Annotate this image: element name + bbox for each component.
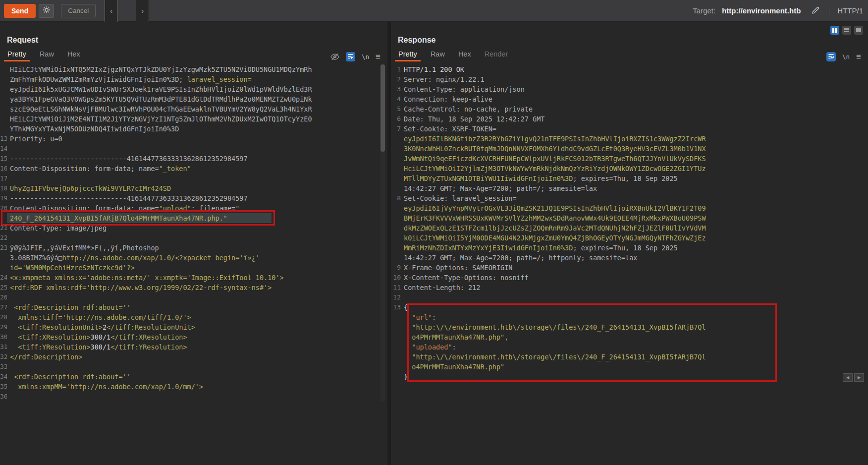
tab-raw[interactable]: Raw	[427, 49, 448, 61]
request-panel: Request Pretty Raw Hex	[0, 22, 387, 465]
code-text: BMjErK3FKVVVxWHRSSUxKWVMrSVlYZzhMM2wxSDd…	[401, 213, 706, 223]
newline-toggle[interactable]: \n	[362, 53, 369, 60]
tab-render[interactable]: Render	[481, 49, 512, 61]
code-line: 3Content-Type: application/json	[391, 84, 868, 94]
code-line: 26	[0, 292, 387, 302]
line-number: 8	[391, 193, 401, 203]
line-number: 34	[0, 372, 7, 382]
response-editor[interactable]: 1HTTP/1.1 200 OK2Server: nginx/1.22.13Co…	[391, 64, 868, 382]
code-text: HIiLCJtYWMiOiIxNTQ5M2IxZjgzNTQxYTJkZDU0Y…	[7, 64, 312, 74]
line-number	[0, 94, 7, 104]
soft-wrap-toggle-button[interactable]	[346, 52, 355, 61]
layout-single-icon	[856, 28, 861, 32]
line-number	[391, 213, 401, 223]
tab-hex[interactable]: Hex	[455, 49, 475, 61]
http-version-label[interactable]: HTTP/1	[837, 6, 863, 15]
hscroll-left-button[interactable]: ◀	[843, 373, 853, 382]
line-number	[391, 164, 401, 174]
settings-gear-button[interactable]	[39, 4, 54, 18]
target-label: Target:	[693, 6, 715, 15]
editor-menu-icon[interactable]: ≡	[856, 53, 861, 61]
tab-hex[interactable]: Hex	[64, 49, 84, 61]
code-text: 3.08BIMZ%Gýá□http://ns.adobe.com/xap/1.0…	[7, 253, 260, 263]
edit-target-button[interactable]	[811, 5, 821, 17]
layout-single-button[interactable]	[854, 26, 863, 35]
tab-pretty[interactable]: Pretty	[395, 49, 421, 61]
line-number	[391, 322, 401, 332]
code-text: ÿØÿàJFIF,,ÿáVExifMM*>F(,,ÿí,Photoshop	[7, 243, 159, 253]
tab-pretty[interactable]: Pretty	[4, 49, 30, 61]
line-number	[0, 64, 7, 74]
request-editor[interactable]: HIiLCJtYWMiOiIxNTQ5M2IxZjgzNTQxYTJkZDU0Y…	[0, 64, 387, 402]
request-tabs-row: Pretty Raw Hex	[0, 47, 387, 61]
cancel-button[interactable]: Cancel	[61, 4, 96, 17]
code-line: 32</rdf:Description>	[0, 352, 387, 362]
code-text: Content-Length: 212	[401, 283, 480, 292]
code-text: k0iLCJtYWMiOiI5YjM0ODE4MGU4N2JkMjgxZmU0Y…	[401, 233, 706, 243]
line-number: 14	[0, 144, 7, 154]
editor-menu-icon[interactable]: ≡	[376, 53, 380, 61]
code-text: UhyZgI1FVbvejQp6pjcccTkWi9VYLR7cIMr424SD	[7, 183, 171, 193]
code-line: 12	[391, 292, 868, 302]
line-number: 25	[0, 283, 7, 292]
code-line: 18UhyZgI1FVbvejQp6pjcccTkWi9VYLR7cIMr424…	[0, 183, 387, 193]
code-text: <tiff:YResolution>300/1</tiff:YResolutio…	[7, 342, 187, 352]
newline-toggle[interactable]: \n	[842, 53, 850, 60]
code-line: eyJpdiI6IlBKNGtibzZ3R2RYbGZiYlgvQ21nTFE9…	[391, 134, 868, 144]
code-line: dkMzZWOExQLzE1STFZcm1lbjJzcUZsZjZOQmRnRm…	[391, 223, 868, 233]
line-number: 35	[0, 382, 7, 392]
send-button[interactable]: Send	[4, 4, 36, 18]
code-line: 22	[0, 233, 387, 243]
code-text: 14:42:27 GMT; Max-Age=7200; path=/; same…	[401, 183, 597, 193]
code-line: 34 <rdf:Description rdf:about=''	[0, 372, 387, 382]
line-number: 10	[391, 273, 401, 283]
response-panel: Response Pretty Raw Hex Render \n ≡	[391, 22, 868, 465]
code-text: MTllMDYyZTUxNGM1OTBiYWU1IiwidGFnIjoiIn0%…	[401, 174, 678, 183]
target-url: http://environment.htb	[722, 6, 801, 15]
code-line: 16Content-Disposition: form-data; name="…	[0, 164, 387, 174]
line-number: 1	[391, 64, 401, 74]
tab-raw[interactable]: Raw	[36, 49, 57, 61]
code-line: 25<rdf:RDF xmlns:rdf='http://www.w3.org/…	[0, 283, 387, 292]
request-scrollbar-track[interactable]	[380, 64, 385, 402]
code-line: 240_F_264154131_XvpBI5fARjB7Qlo4PMrMMTau…	[0, 213, 387, 223]
soft-wrap-toggle-button[interactable]	[826, 52, 836, 61]
hscroll-right-button[interactable]: ▶	[854, 373, 864, 382]
layout-rows-button[interactable]	[842, 26, 851, 35]
line-number	[0, 74, 7, 84]
line-number: 3	[391, 84, 401, 94]
request-scrollbar-thumb[interactable]	[380, 64, 385, 152]
line-number	[0, 114, 7, 124]
layout-columns-button[interactable]	[830, 26, 839, 35]
code-line: 5Cache-Control: no-cache, private	[391, 104, 868, 114]
line-number: 23	[0, 243, 7, 253]
line-number: 26	[0, 292, 7, 302]
code-text: ZmFhYmFkODUwZWM1ZmRmYzVjIiwidGFnIjoiIn0%…	[7, 74, 252, 84]
code-text: id='W5M0MpCehiHzreSzNTczkc9d'?>	[7, 263, 135, 273]
hide-nonprintable-eye-icon[interactable]	[330, 53, 339, 60]
line-number	[391, 342, 401, 352]
code-line: eyJpdiI6IjVyYnpMVytrOGxVL3JiQmZSK21JQ1E9…	[391, 203, 868, 213]
code-line: o4PMrMMTaunXha47NR.php"	[391, 362, 868, 372]
code-line: 33	[0, 362, 387, 372]
line-number: 4	[391, 94, 401, 104]
code-line: 13{	[391, 302, 868, 312]
line-number: 7	[391, 124, 401, 134]
code-text: "uploaded":	[401, 342, 456, 352]
code-text: 14:42:27 GMT; Max-Age=7200; path=/; http…	[401, 253, 637, 263]
code-text: Connection: keep-alive	[401, 94, 492, 104]
code-line: 1HTTP/1.1 200 OK	[391, 64, 868, 74]
code-line: ya3BYK1FpeGVaQ3VOWGpsZm5KYTU5QVdTUzRmM3d…	[0, 94, 387, 104]
code-line: MTllMDYyZTUxNGM1OTBiYWU1IiwidGFnIjoiIn0%…	[391, 174, 868, 183]
wrap-icon	[828, 53, 834, 61]
line-number	[391, 154, 401, 164]
code-text: Content-Disposition: form-data; name="up…	[7, 203, 239, 213]
code-text: YThkMGYxYTAxNjM5ODUzNDQ4IiwidGFnIjoiIn0%…	[7, 124, 179, 134]
code-line: 3K0NncWhHL0ZnckRUT0tqMmJDQnNNVXFOMXh6Yld…	[391, 144, 868, 154]
panel-split-handle[interactable]	[387, 22, 391, 465]
code-text: o4PMrMMTaunXha47NR.php",	[401, 332, 508, 342]
code-line: 35 xmlns:xmpMM='http://ns.adobe.com/xap/…	[0, 382, 387, 392]
response-tabs-row: Pretty Raw Hex Render \n ≡	[391, 47, 868, 61]
line-number: 13	[0, 134, 7, 144]
code-text: Priority: u=0	[7, 134, 62, 144]
